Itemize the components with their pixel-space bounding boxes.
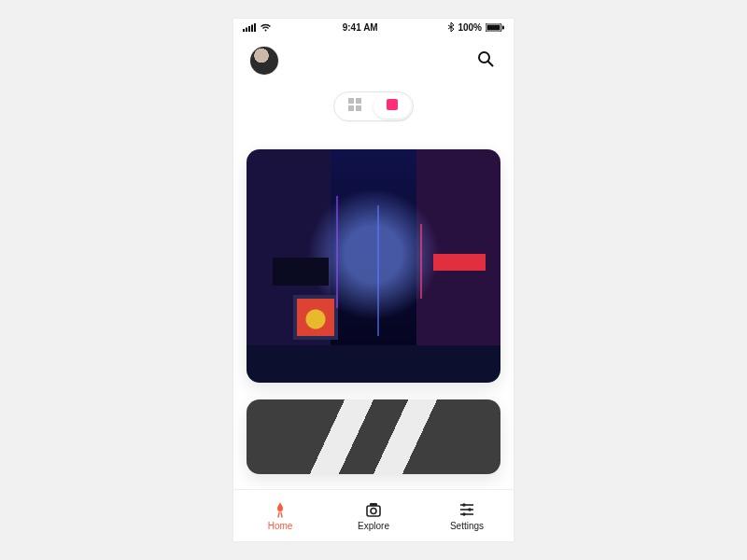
svg-point-17	[371, 509, 376, 514]
battery-percent: 100%	[458, 22, 482, 33]
view-toggle	[233, 91, 514, 121]
view-toggle-single[interactable]	[374, 94, 411, 119]
feed-card[interactable]	[247, 399, 500, 474]
phone-frame: 9:41 AM 100%	[233, 19, 514, 541]
svg-rect-3	[251, 24, 253, 32]
feed[interactable]	[233, 121, 514, 495]
status-bar: 9:41 AM 100%	[233, 19, 514, 35]
svg-point-21	[462, 503, 466, 507]
bluetooth-icon	[448, 22, 454, 32]
tab-bar: Home Explore Settings	[233, 489, 514, 541]
view-toggle-grid[interactable]	[336, 94, 374, 119]
svg-rect-10	[348, 98, 354, 104]
svg-rect-7	[502, 25, 504, 29]
search-icon	[477, 50, 494, 71]
search-button[interactable]	[474, 49, 497, 72]
settings-icon	[458, 500, 476, 519]
svg-rect-14	[387, 99, 398, 110]
signal-icon	[243, 23, 256, 32]
tab-settings[interactable]: Settings	[420, 490, 514, 541]
tab-label: Settings	[450, 521, 484, 531]
svg-rect-4	[254, 23, 256, 32]
tab-label: Explore	[358, 521, 389, 531]
svg-rect-6	[487, 24, 500, 30]
single-icon	[386, 98, 399, 115]
svg-rect-2	[248, 26, 250, 32]
status-time: 9:41 AM	[343, 22, 378, 33]
battery-icon	[486, 23, 504, 32]
svg-rect-1	[246, 27, 247, 32]
svg-rect-11	[356, 98, 361, 104]
feed-card[interactable]	[247, 149, 500, 383]
tab-home[interactable]: Home	[233, 490, 327, 541]
svg-rect-0	[243, 29, 245, 32]
svg-rect-16	[370, 503, 377, 506]
explore-icon	[364, 500, 383, 519]
tab-explore[interactable]: Explore	[327, 490, 420, 541]
tab-label: Home	[268, 521, 293, 531]
svg-rect-13	[356, 105, 361, 111]
svg-rect-12	[348, 105, 354, 111]
avatar[interactable]	[250, 47, 278, 75]
header	[233, 35, 514, 86]
svg-point-23	[462, 512, 466, 516]
home-icon	[271, 500, 289, 519]
wifi-icon	[260, 23, 272, 32]
svg-point-22	[468, 508, 472, 511]
svg-rect-15	[367, 506, 380, 516]
svg-line-9	[488, 62, 493, 66]
grid-icon	[348, 98, 361, 115]
